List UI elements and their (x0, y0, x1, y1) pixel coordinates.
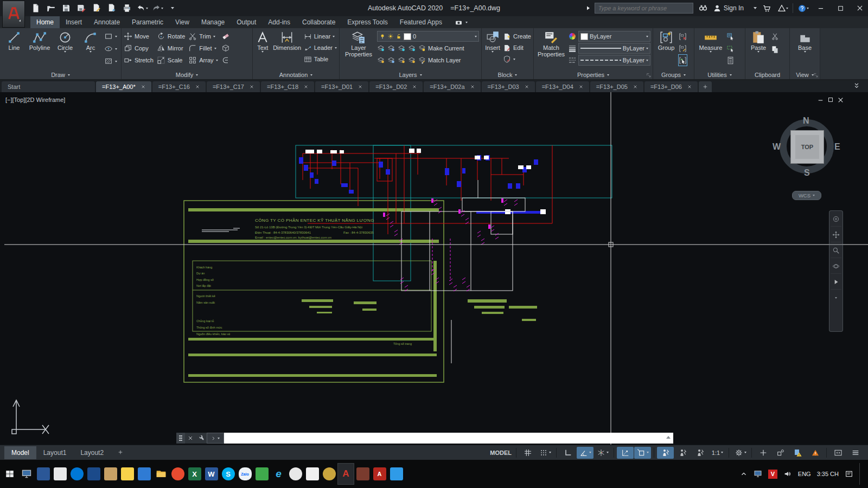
zalo-icon[interactable]: Zalo (237, 463, 253, 485)
layer-freeze-icon[interactable] (398, 44, 405, 52)
help-search-input[interactable] (595, 3, 693, 14)
properties-launcher-icon[interactable] (646, 73, 652, 78)
autocad-taskbar-icon[interactable]: A (337, 463, 354, 485)
viewcube-south[interactable]: S (804, 168, 810, 178)
fillet-button[interactable]: Fillet (188, 43, 218, 54)
polyline-button[interactable]: Polyline (28, 29, 52, 70)
match-layer-button[interactable]: Match Layer (418, 55, 461, 66)
tab-home[interactable]: Home (30, 16, 60, 28)
taskbar-app-1[interactable] (35, 463, 52, 485)
edit-attributes-button[interactable] (503, 54, 531, 65)
command-input[interactable] (224, 433, 673, 444)
save-button[interactable] (60, 2, 73, 15)
panel-groups-label[interactable]: Groups (653, 70, 694, 79)
navbar-customize-icon[interactable] (831, 291, 841, 305)
copy-clip-button[interactable] (771, 44, 779, 55)
autoscale-toggle[interactable] (674, 447, 691, 459)
layer-off-icon[interactable] (377, 44, 385, 52)
taskbar-app-6[interactable] (119, 463, 136, 485)
tab-manage[interactable]: Manage (195, 16, 231, 28)
action-center-icon[interactable] (845, 470, 853, 478)
table-button[interactable]: Table (304, 54, 337, 65)
application-menu-button[interactable] (2, 1, 25, 28)
excel-icon[interactable]: X (186, 463, 203, 485)
layer-unisolate-icon[interactable] (377, 56, 385, 64)
orbit-icon[interactable] (831, 259, 841, 274)
clean-screen-button[interactable] (829, 447, 846, 459)
layer-select[interactable]: 0 (377, 31, 479, 42)
dimension-button[interactable]: Dimension (272, 29, 302, 70)
taskbar-app-4[interactable] (85, 463, 102, 485)
tab-parametric[interactable]: Parametric (126, 16, 169, 28)
word-icon[interactable]: W (203, 463, 220, 485)
workspace-switching-button[interactable] (732, 447, 749, 459)
copy-button[interactable]: Copy (124, 43, 154, 54)
overkill-button[interactable] (221, 55, 230, 66)
make-current-button[interactable]: Make Current (418, 43, 464, 54)
object-snap-tracking-toggle[interactable] (617, 447, 634, 459)
panel-modify-label[interactable]: Modify (122, 70, 252, 79)
command-bar-grip[interactable] (176, 433, 185, 444)
clock[interactable]: 3:35 CH (817, 471, 839, 477)
erase-button[interactable] (221, 31, 230, 42)
panel-properties-label[interactable]: Properties (534, 70, 653, 79)
arc-button[interactable]: Arc (79, 29, 103, 70)
array-button[interactable]: Array (188, 55, 218, 66)
taskbar-app-7[interactable] (169, 463, 186, 485)
close-button[interactable] (852, 0, 868, 16)
taskbar-app-10[interactable] (304, 463, 321, 485)
close-icon[interactable] (412, 85, 417, 89)
file-explorer-icon[interactable] (152, 463, 169, 485)
command-history-toggle[interactable] (666, 436, 671, 439)
match-properties-button[interactable]: Match Properties (536, 29, 566, 70)
file-tab-c18[interactable]: =F13+_C18 (261, 81, 314, 92)
viewcube-west[interactable]: W (773, 142, 781, 152)
autodesk-app-icon[interactable] (776, 2, 789, 15)
linear-button[interactable]: Linear (304, 31, 337, 42)
layer-lock-icon[interactable] (408, 44, 416, 52)
unikey-icon[interactable]: V (768, 470, 777, 479)
current-scale-button[interactable]: 1:1 (709, 447, 726, 459)
tab-annotate[interactable]: Annotate (88, 16, 126, 28)
tab-insert[interactable]: Insert (60, 16, 88, 28)
tab-model[interactable]: Model (4, 446, 36, 459)
mirror-button[interactable]: Mirror (157, 43, 185, 54)
file-tab-d03[interactable]: =F13+_D03 (482, 81, 535, 92)
stretch-button[interactable]: Stretch (124, 55, 154, 66)
hidden-icons-chevron[interactable] (740, 470, 748, 478)
search-icon[interactable] (697, 2, 710, 15)
annotation-monitor-button[interactable] (755, 447, 771, 459)
group-button[interactable]: Group (655, 29, 677, 70)
zoom-icon[interactable] (831, 243, 841, 258)
tab-featured-apps[interactable]: Featured Apps (394, 16, 448, 28)
layer-walk-icon[interactable] (387, 56, 395, 64)
file-tab-start[interactable]: Start (2, 81, 95, 92)
new-layout-button[interactable] (111, 446, 130, 459)
taskbar-app-5[interactable] (102, 463, 119, 485)
quick-calculator-button[interactable] (726, 55, 735, 66)
cut-clip-button[interactable] (771, 31, 779, 42)
file-tab-d02a[interactable]: =F13+_D02a (424, 81, 480, 92)
file-tab-c17[interactable]: =F13+_C17 (207, 81, 260, 92)
explode-button[interactable] (221, 43, 230, 54)
ortho-toggle[interactable] (559, 447, 576, 459)
ungroup-button[interactable] (679, 31, 687, 42)
quick-select-button[interactable] (726, 31, 735, 42)
close-icon[interactable] (525, 85, 529, 89)
acrobat-icon[interactable]: A (371, 463, 388, 485)
taskbar-app-11[interactable] (321, 463, 337, 485)
insert-block-button[interactable]: Insert (484, 29, 501, 70)
print-button[interactable] (120, 2, 133, 15)
volume-icon[interactable] (783, 470, 792, 478)
text-button[interactable]: Text (255, 29, 271, 70)
redo-button[interactable] (151, 2, 164, 15)
isolate-objects-button[interactable] (772, 447, 789, 459)
wcs-menu[interactable]: WCS (792, 191, 821, 200)
isometric-drafting-toggle[interactable] (594, 447, 611, 459)
app-store-icon[interactable] (760, 2, 773, 15)
lineweight-select[interactable]: ByLayer (578, 43, 650, 54)
sign-in-button[interactable]: Sign In (713, 4, 757, 12)
select-similar-button[interactable] (726, 43, 735, 54)
customize-wrench-icon[interactable] (196, 433, 207, 444)
panel-layers-label[interactable]: Layers (340, 70, 481, 79)
